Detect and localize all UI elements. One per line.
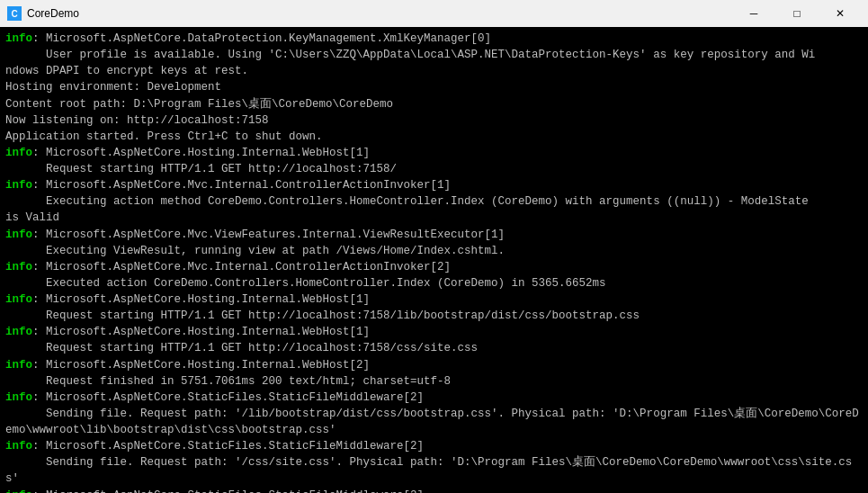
console-line: Sending file. Request path: '/lib/bootst… — [5, 406, 863, 438]
console-line: Content root path: D:\Program Files\桌面\C… — [5, 96, 863, 112]
console-line: Executing ViewResult, running view at pa… — [5, 243, 863, 259]
window-controls: ─ □ ✕ — [733, 4, 861, 23]
console-line: info: Microsoft.AspNetCore.Mvc.Internal.… — [5, 259, 863, 275]
console-line: info: Microsoft.AspNetCore.Mvc.ViewFeatu… — [5, 227, 863, 243]
console-line: info: Microsoft.AspNetCore.StaticFiles.S… — [5, 390, 863, 406]
info-prefix: info — [5, 359, 32, 372]
title-bar-left: C CoreDemo — [7, 6, 79, 21]
minimize-button[interactable]: ─ — [733, 4, 774, 23]
console-line: is Valid — [5, 210, 863, 226]
console-line: Executed action CoreDemo.Controllers.Hom… — [5, 275, 863, 291]
console-line: info: Microsoft.AspNetCore.Hosting.Inter… — [5, 324, 863, 340]
console-line: info: Microsoft.AspNetCore.Mvc.Internal.… — [5, 177, 863, 193]
info-prefix: info — [5, 32, 32, 45]
console-line: Sending file. Request path: '/css/site.c… — [5, 454, 863, 487]
info-prefix: info — [5, 440, 32, 453]
console-line: info: Microsoft.AspNetCore.Hosting.Inter… — [5, 357, 863, 373]
console-line: User profile is available. Using 'C:\Use… — [5, 47, 863, 63]
console-line: info: Microsoft.AspNetCore.DataProtectio… — [5, 31, 863, 47]
console-line: info: Microsoft.AspNetCore.Hosting.Inter… — [5, 145, 863, 161]
info-prefix: info — [5, 391, 32, 404]
console-line: Request starting HTTP/1.1 GET http://loc… — [5, 340, 863, 356]
window-title: CoreDemo — [27, 7, 79, 20]
info-prefix: info — [5, 261, 32, 273]
console-line: Now listening on: http://localhost:7158 — [5, 112, 863, 129]
console-line: info: Microsoft.AspNetCore.StaticFiles.S… — [5, 438, 863, 454]
console-line: Request starting HTTP/1.1 GET http://loc… — [5, 161, 863, 177]
console-line: Hosting environment: Development — [5, 79, 863, 95]
app-icon: C — [7, 6, 22, 21]
console-line: info: Microsoft.AspNetCore.Hosting.Inter… — [5, 291, 863, 308]
console-line: Request starting HTTP/1.1 GET http://loc… — [5, 308, 863, 324]
console-output: info: Microsoft.AspNetCore.DataProtectio… — [0, 27, 868, 493]
info-prefix: info — [5, 326, 32, 338]
maximize-button[interactable]: □ — [776, 4, 818, 23]
console-line: Request finished in 5751.7061ms 200 text… — [5, 373, 863, 390]
console-line: Application started. Press Ctrl+C to shu… — [5, 129, 863, 145]
console-line: info: Microsoft.AspNetCore.StaticFiles.S… — [5, 488, 863, 494]
info-prefix: info — [5, 293, 32, 306]
title-bar: C CoreDemo ─ □ ✕ — [0, 0, 868, 27]
info-prefix: info — [5, 489, 32, 494]
info-prefix: info — [5, 179, 32, 192]
console-line: ndows DPAPI to encrypt keys at rest. — [5, 63, 863, 79]
console-line: Executing action method CoreDemo.Control… — [5, 193, 863, 210]
close-button[interactable]: ✕ — [819, 4, 861, 23]
info-prefix: info — [5, 229, 32, 241]
info-prefix: info — [5, 147, 32, 159]
